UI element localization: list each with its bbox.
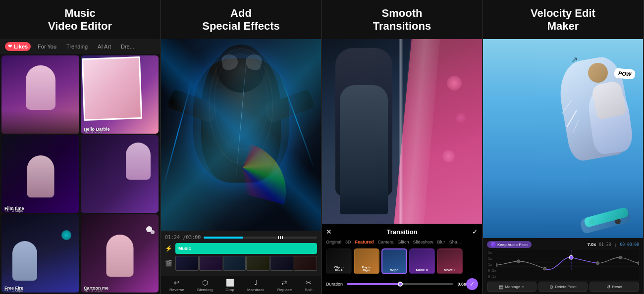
transition-header: ✕ Transition ✓ <box>326 228 478 236</box>
audio-pitch-badge: Keep Audio Pitch <box>487 241 532 248</box>
clip-row: ⚡ Music <box>165 243 317 254</box>
tool-split[interactable]: ✂ Split <box>305 279 313 292</box>
thumb-label: Day to Night <box>355 266 378 272</box>
tab-for-you[interactable]: For You <box>35 42 59 51</box>
progress-fill <box>204 237 243 239</box>
tab-ai-art[interactable]: AI Art <box>95 42 114 51</box>
apply-transition-button[interactable]: ✓ <box>466 278 478 290</box>
tool-maintrack[interactable]: ♩ Maintrack <box>247 279 265 292</box>
cell-sublabel: 4k · 3 clips <box>84 129 103 134</box>
thumb-label: Move R <box>410 268 434 272</box>
heart-icon: ❤ <box>8 44 12 49</box>
panel1-grid: Hello Barbie 4k · 3 clips Film time 4k ·… <box>0 54 160 294</box>
svg-point-8 <box>569 255 573 259</box>
tool-blending[interactable]: ⬡ Blending <box>197 279 213 292</box>
velocity-graph[interactable]: 3x 2x 1x 0.5x 0.1x <box>487 250 639 280</box>
duration-slider[interactable] <box>347 283 453 285</box>
polaroid-frame <box>82 56 142 121</box>
panel-music-video-editor: Music Video Editor ❤ Likes For You Trend… <box>0 0 161 294</box>
blending-icon: ⬡ <box>202 279 208 287</box>
y-label-2x: 2x <box>488 257 496 261</box>
panel-special-effects: Add Special Effects 01:24 /03:00 <box>161 0 322 294</box>
thumb-day-to-night[interactable]: Day to Night <box>354 248 379 274</box>
svg-point-9 <box>596 262 599 265</box>
thumb-clip-to-black[interactable]: Clip to Black <box>326 248 352 274</box>
filter-blur[interactable]: Blur <box>437 240 445 245</box>
check-button[interactable]: ✓ <box>472 228 478 236</box>
cell-sublabel: 4k · 3 clips <box>84 288 103 293</box>
close-button[interactable]: ✕ <box>326 228 332 236</box>
progress-track[interactable] <box>204 237 317 239</box>
list-item[interactable]: Hello Barbie 4k · 3 clips <box>81 55 159 134</box>
split-icon: ✂ <box>306 279 312 287</box>
panel4-image-area: POW ↗ <box>483 39 643 238</box>
montage-button[interactable]: ▤ Montage ▾ <box>487 282 537 292</box>
filter-tabs: Original 3D Featured Camera Glitch Slide… <box>326 240 478 245</box>
list-item[interactable] <box>81 135 159 213</box>
y-label-01x: 0.1x <box>488 275 496 279</box>
crop-icon: ⬜ <box>226 279 234 287</box>
reverse-icon: ↩ <box>174 279 180 287</box>
filter-glitch[interactable]: Glitch <box>398 240 409 245</box>
tool-label: Maintrack <box>247 288 265 292</box>
tool-reverse[interactable]: ↩ Reverse <box>169 279 184 292</box>
slider-thumb <box>398 282 403 287</box>
tab-trending[interactable]: Trending <box>63 42 91 51</box>
film-frame <box>175 256 199 271</box>
reset-button[interactable]: ↺ Reset <box>590 282 639 292</box>
tool-label: Reverse <box>169 288 184 292</box>
clip-track[interactable]: Music <box>175 243 317 254</box>
panel3-title: Smooth Transitions <box>322 0 482 39</box>
maintrack-icon: ♩ <box>254 279 258 287</box>
panel2-toolbar: ↩ Reverse ⬡ Blending ⬜ Crop ♩ Maintrack … <box>161 276 321 294</box>
thumb-label: Clip to Black <box>327 266 351 272</box>
film-frame <box>199 256 222 271</box>
svg-point-5 <box>496 263 497 266</box>
filmstrip-row: 🎬 <box>165 256 317 271</box>
thumb-move-r[interactable]: Move R <box>409 248 435 274</box>
duration-value: 0.6s <box>457 282 466 287</box>
transition-preview-row: Clip to Black Day to Night Wipe Move R M… <box>326 248 478 274</box>
velocity-curve-svg <box>496 250 639 271</box>
timecode-blue: 00:00:08 <box>620 243 639 247</box>
thumb-wipe[interactable]: Wipe <box>381 248 407 274</box>
y-label-05x: 0.5x <box>488 269 496 273</box>
list-item[interactable] <box>1 55 79 134</box>
panel-velocity-edit-maker: Velocity Edit Maker POW ↗ <box>483 0 644 294</box>
cell-sublabel: 4k · 1 clips <box>4 288 23 293</box>
panel1-title: Music Video Editor <box>0 0 160 39</box>
bottom-buttons: ▤ Montage ▾ ⊖ Delete Point ↺ Reset <box>487 282 639 292</box>
delete-icon: ⊖ <box>549 284 553 290</box>
filter-featured[interactable]: Featured <box>355 240 374 245</box>
lightning-icon: ⚡ <box>165 245 172 252</box>
y-label-3x: 3x <box>488 251 496 255</box>
dropdown-icon: ▾ <box>522 284 524 290</box>
filter-sha[interactable]: Sha... <box>449 240 461 245</box>
tab-dream[interactable]: Dre... <box>118 42 137 51</box>
thumb-move-l[interactable]: Move L <box>437 248 463 274</box>
clip-label: Music <box>178 246 191 251</box>
svg-point-10 <box>619 256 622 259</box>
panel4-title: Velocity Edit Maker <box>483 0 643 39</box>
transition-title: Transition <box>386 228 417 236</box>
filter-slideshow[interactable]: Slideshow <box>413 240 433 245</box>
filter-camera[interactable]: Camera <box>378 240 394 245</box>
duration-label: Duration <box>326 282 343 287</box>
tab-likes[interactable]: ❤ Likes <box>5 42 31 51</box>
list-item[interactable]: Film time 4k · 2 clips <box>1 135 79 213</box>
tool-replace[interactable]: ⇄ Replace <box>277 279 292 292</box>
panel2-main-image <box>161 39 321 231</box>
transition-panel: ✕ Transition ✓ Original 3D Featured Came… <box>322 224 482 294</box>
film-frame <box>270 256 293 271</box>
filter-3d[interactable]: 3D <box>345 240 351 245</box>
progress-dots <box>278 236 283 239</box>
panel2-title: Add Special Effects <box>161 0 321 39</box>
svg-point-6 <box>517 260 520 263</box>
list-item[interactable]: Cartoon me 4k · 3 clips <box>81 214 159 293</box>
list-item[interactable]: Free Fire 4k · 1 clips <box>1 214 79 293</box>
filter-original[interactable]: Original <box>326 240 341 245</box>
y-axis-labels: 3x 2x 1x 0.5x 0.1x <box>488 250 496 280</box>
delete-point-button[interactable]: ⊖ Delete Point <box>538 282 588 292</box>
tool-crop[interactable]: ⬜ Crop <box>225 279 234 292</box>
duration-row: Duration 0.6s ✓ <box>326 278 478 290</box>
